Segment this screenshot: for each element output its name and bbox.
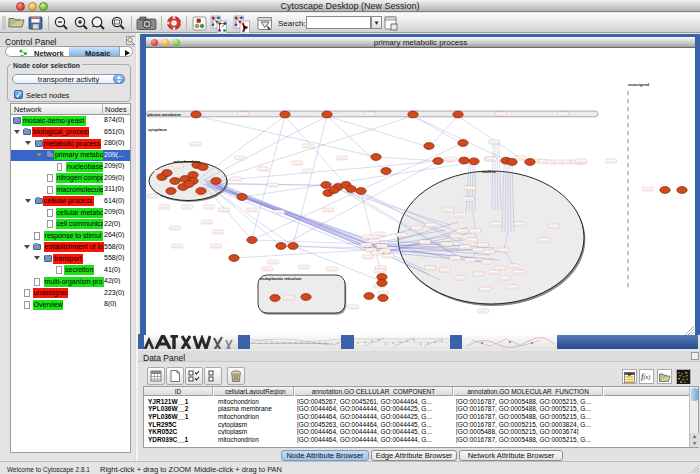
- svg-text:cytoplasm: cytoplasm: [148, 128, 167, 132]
- svg-text:endoplasmic reticulum: endoplasmic reticulum: [260, 277, 302, 281]
- svg-text:unassigned: unassigned: [628, 83, 650, 87]
- svg-text:plasma membrane: plasma membrane: [148, 113, 181, 117]
- svg-text:nucleus: nucleus: [482, 170, 496, 174]
- svg-text:mitochondrion: mitochondrion: [174, 160, 201, 164]
